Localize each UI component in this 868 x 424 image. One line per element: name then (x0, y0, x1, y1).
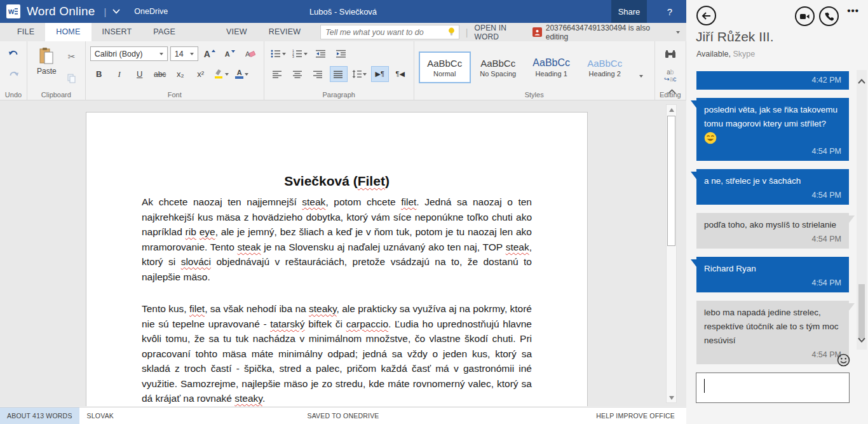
chat-scroll-down-icon[interactable] (858, 334, 865, 345)
underline-button[interactable]: U (131, 66, 149, 82)
message-text: posledni věta, jak se řika takovemu tomu… (704, 103, 841, 131)
copy-button[interactable] (63, 71, 81, 86)
contact-status: Available, Skype (696, 50, 755, 58)
contact-name: Jiří Růžek III. (696, 29, 774, 44)
highlight-button[interactable] (212, 66, 231, 82)
open-in-word-button[interactable]: OPEN IN WORD (474, 24, 532, 41)
chat-scroll-up-icon[interactable] (858, 75, 865, 86)
subscript-button[interactable]: x₂ (172, 66, 189, 82)
shrink-font-button[interactable]: A (221, 46, 239, 62)
tab-home[interactable]: HOME (45, 23, 91, 41)
save-status[interactable]: SAVED TO ONEDRIVE (307, 412, 379, 420)
message-text: lebo ma napadá jedine strelec, respektív… (704, 306, 841, 348)
message-timestamp: 4:54 PM (704, 190, 841, 201)
tab-view[interactable]: VIEW (215, 23, 258, 41)
style-nospacing[interactable]: AaBbCcNo Spacing (472, 51, 524, 83)
undo-group: Undo (0, 41, 27, 100)
tell-me-input[interactable] (324, 27, 447, 38)
voice-call-button[interactable] (819, 6, 839, 26)
video-call-button[interactable] (795, 6, 815, 26)
style-normal[interactable]: AaBbCcNormal (419, 51, 471, 83)
rtl-paragraph-button[interactable]: ¶◀ (391, 66, 409, 82)
style-preview: AaBbCc (427, 58, 462, 69)
coauthor-editing-indicator[interactable]: 2037664347491330494 is also editing (532, 24, 686, 41)
replace-button[interactable]: ab ↪ac (661, 67, 679, 83)
word-count[interactable]: ABOUT 413 WORDS (0, 407, 79, 424)
emoticon-picker-button[interactable] (837, 353, 850, 369)
language-indicator[interactable]: SLOVAK (87, 412, 114, 420)
decrease-indent-button[interactable] (312, 46, 330, 62)
chat-scrollbar[interactable] (857, 70, 867, 350)
message-timestamp: 4:42 PM (704, 75, 841, 86)
align-right-button[interactable] (309, 66, 327, 82)
title-bar: w Word Online | OneDrive Luboš - Sviečko… (0, 0, 686, 23)
clipboard-group: Paste ✂ Clipboard (27, 41, 86, 100)
style-preview: AaBbCc (587, 58, 622, 69)
bold-button[interactable]: B (90, 66, 108, 82)
chevron-down-icon[interactable] (112, 8, 120, 15)
tab-insert[interactable]: INSERT (92, 23, 143, 41)
share-button[interactable]: Share (611, 0, 647, 23)
tab-review[interactable]: REVIEW (258, 23, 312, 41)
incoming-message: posledni věta, jak se řika takovemu tomu… (696, 98, 849, 161)
presence-person-icon (532, 27, 542, 37)
font-color-button[interactable]: A (233, 66, 251, 82)
skype-chat-panel: ••• Jiří Růžek III. Available, Skype 4:4… (686, 0, 868, 424)
style-name: Normal (433, 70, 456, 78)
chat-scrollbar-thumb[interactable] (858, 284, 865, 339)
scroll-down-arrow[interactable] (667, 393, 676, 402)
line-spacing-button[interactable] (350, 66, 369, 82)
font-name-select[interactable]: Calibri (Body) (90, 46, 168, 61)
justify-button[interactable] (330, 66, 348, 82)
group-label: Clipboard (27, 91, 85, 99)
document-paragraph[interactable]: Tento kus, filet, sa však nehodí iba na … (142, 301, 532, 406)
document-heading[interactable]: Sviečková (Filet) (142, 174, 532, 189)
bullets-button[interactable] (269, 46, 288, 62)
paste-button[interactable]: Paste (32, 46, 62, 89)
paste-clipboard-icon (39, 47, 54, 65)
group-label: Font (86, 91, 264, 99)
style-h1[interactable]: AaBbCcHeading 1 (526, 51, 578, 83)
numbering-button[interactable]: 123 (290, 46, 309, 62)
superscript-button[interactable]: x² (192, 66, 210, 82)
smiley-outline-icon (837, 353, 850, 367)
tab-page-layout[interactable]: PAGE LAYOUT (142, 23, 215, 41)
tell-me-box[interactable] (320, 25, 459, 39)
document-body[interactable]: Ak chcete naozaj ten najjemnejší steak, … (142, 195, 532, 406)
styles-more-button[interactable] (632, 68, 650, 84)
message-text: podľa toho, ako myslíš to strielanie (704, 218, 841, 232)
onedrive-link[interactable]: OneDrive (134, 7, 168, 16)
scroll-up-arrow[interactable] (667, 105, 676, 114)
help-button[interactable]: ? (667, 0, 672, 23)
font-size-select[interactable]: 14 (170, 46, 198, 61)
more-options-button[interactable]: ••• (847, 5, 859, 16)
incoming-message: a ne, střelec je v šachách4:54 PM (696, 169, 849, 205)
clear-formatting-button[interactable]: A (241, 46, 259, 62)
word-logo-icon[interactable]: w (6, 4, 20, 18)
redo-button[interactable] (4, 67, 22, 83)
increase-indent-button[interactable] (332, 46, 350, 62)
cut-button[interactable]: ✂ (63, 48, 81, 64)
document-scrollbar[interactable] (666, 104, 677, 403)
laughing-emoji-icon (704, 132, 717, 144)
document-paragraph[interactable]: Ak chcete naozaj ten najjemnejší steak, … (142, 195, 532, 284)
app-title: Word Online (27, 4, 95, 18)
message-text: Richard Ryan (704, 262, 841, 276)
collapse-ribbon-button[interactable] (668, 85, 676, 97)
italic-button[interactable]: I (111, 66, 128, 82)
tab-file[interactable]: FILE (6, 23, 45, 41)
undo-button[interactable] (4, 46, 22, 62)
ltr-paragraph-button[interactable]: ▶¶ (371, 66, 389, 82)
chat-message-input[interactable] (696, 373, 850, 403)
strikethrough-button[interactable]: abc (151, 66, 169, 82)
style-h2[interactable]: AaBbCcHeading 2 (579, 51, 631, 83)
align-left-button[interactable] (269, 66, 287, 82)
find-button[interactable] (661, 46, 679, 62)
outgoing-message: podľa toho, ako myslíš to strielanie4:54… (696, 213, 849, 249)
help-improve-office-link[interactable]: HELP IMPROVE OFFICE (596, 412, 686, 420)
scrollbar-thumb[interactable] (667, 116, 675, 246)
grow-font-button[interactable]: A (201, 46, 219, 62)
align-center-button[interactable] (289, 66, 307, 82)
document-page[interactable]: Sviečková (Filet) Ak chcete naozaj ten n… (86, 112, 588, 406)
back-button[interactable] (696, 6, 716, 25)
